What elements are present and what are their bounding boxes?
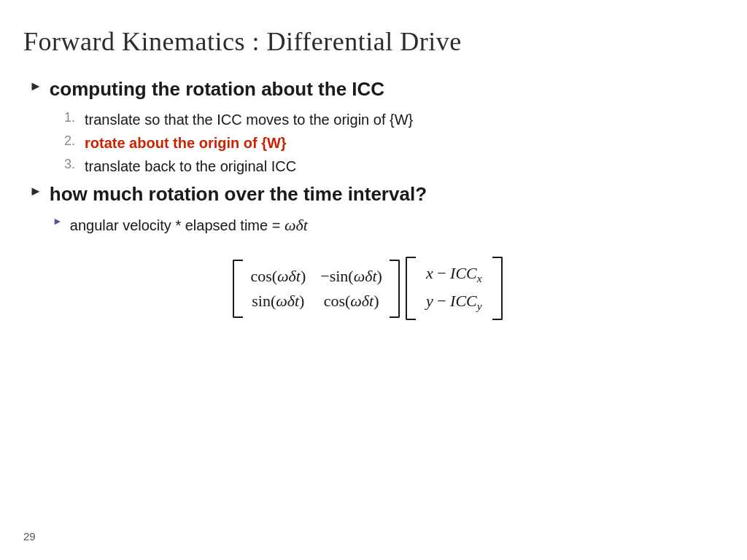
- sub-num-3: 3.: [64, 157, 85, 172]
- sub-bullet-arrow: ►: [53, 216, 63, 228]
- right-vector: x − ICCx y − ICCy: [406, 257, 503, 320]
- sub-text-2: rotate about the origin of {W}: [85, 133, 287, 153]
- sub-bullet-text: angular velocity * elapsed time = ωδt: [70, 214, 308, 237]
- matrix-r2c1: sin(ωδt): [250, 292, 306, 311]
- bullet-1: ► computing the rotation about the ICC: [29, 77, 712, 102]
- left-matrix-close-bracket: [390, 260, 400, 318]
- bullet-1-arrow: ►: [29, 79, 42, 94]
- matrix-r1c2: −sin(ωδt): [320, 267, 382, 286]
- right-vector-open-bracket: [406, 257, 416, 320]
- sub-text-3: translate back to the original ICC: [85, 156, 296, 176]
- matrix-equation: cos(ωδt) −sin(ωδt) sin(ωδt) cos(ωδt) x −…: [233, 257, 502, 320]
- bullet-2: ► how much rotation over the time interv…: [29, 182, 712, 207]
- vector-r2: y − ICCy: [426, 292, 482, 313]
- sub-num-1: 1.: [64, 110, 85, 125]
- sub-item-3: 3. translate back to the original ICC: [64, 156, 712, 176]
- bullet-2-arrow: ►: [29, 184, 42, 199]
- content-area: ► computing the rotation about the ICC 1…: [23, 77, 712, 236]
- sub-list-1: 1. translate so that the ICC moves to th…: [64, 109, 712, 176]
- matrix-section: cos(ωδt) −sin(ωδt) sin(ωδt) cos(ωδt) x −…: [23, 257, 712, 320]
- right-vector-close-bracket: [492, 257, 503, 320]
- matrix-r2c2: cos(ωδt): [320, 292, 382, 311]
- sub-text-1: translate so that the ICC moves to the o…: [85, 109, 413, 130]
- sub-bullet-angular: ► angular velocity * elapsed time = ωδt: [53, 214, 712, 237]
- page-number: 29: [23, 530, 36, 542]
- bullet-1-text: computing the rotation about the ICC: [50, 77, 384, 102]
- slide: Forward Kinematics : Differential Drive …: [0, 0, 747, 560]
- left-matrix-content: cos(ωδt) −sin(ωδt) sin(ωδt) cos(ωδt): [243, 260, 389, 318]
- sub-item-2: 2. rotate about the origin of {W}: [64, 133, 712, 153]
- sub-item-1: 1. translate so that the ICC moves to th…: [64, 109, 712, 130]
- vector-r1: x − ICCx: [426, 264, 482, 285]
- left-matrix-open-bracket: [233, 260, 243, 318]
- right-vector-content: x − ICCx y − ICCy: [416, 257, 492, 320]
- matrix-r1c1: cos(ωδt): [250, 267, 306, 286]
- sub-num-2: 2.: [64, 133, 85, 149]
- bullet-2-text: how much rotation over the time interval…: [50, 182, 427, 207]
- left-matrix: cos(ωδt) −sin(ωδt) sin(ωδt) cos(ωδt): [233, 260, 399, 318]
- slide-title: Forward Kinematics : Differential Drive: [23, 26, 712, 57]
